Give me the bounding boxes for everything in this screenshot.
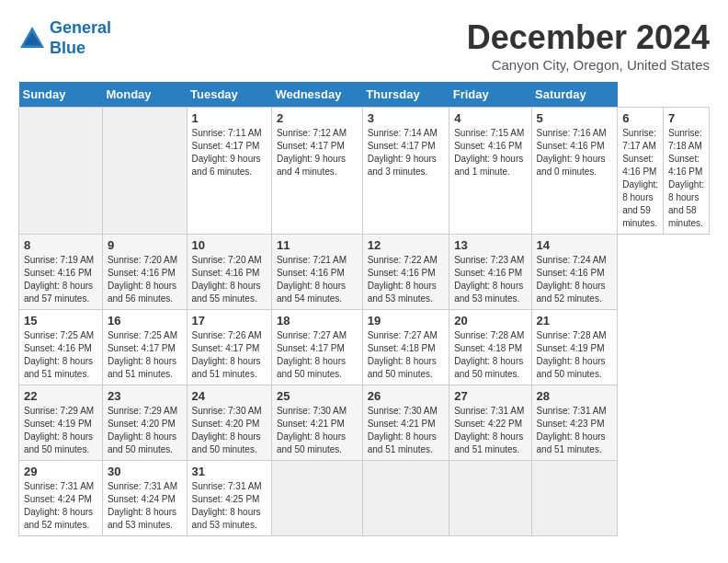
location: Canyon City, Oregon, United States bbox=[467, 57, 710, 73]
calendar-cell: 22Sunrise: 7:29 AM Sunset: 4:19 PM Dayli… bbox=[19, 385, 103, 461]
cell-sun-info: Sunrise: 7:30 AM Sunset: 4:21 PM Dayligh… bbox=[277, 405, 358, 456]
calendar-cell: 29Sunrise: 7:31 AM Sunset: 4:24 PM Dayli… bbox=[19, 461, 103, 536]
calendar-cell: 26Sunrise: 7:30 AM Sunset: 4:21 PM Dayli… bbox=[362, 385, 449, 461]
day-number: 11 bbox=[277, 238, 358, 252]
cell-sun-info: Sunrise: 7:15 AM Sunset: 4:16 PM Dayligh… bbox=[454, 127, 526, 178]
calendar-cell: 20Sunrise: 7:28 AM Sunset: 4:18 PM Dayli… bbox=[449, 310, 531, 385]
logo-line1: General bbox=[50, 18, 111, 37]
cell-sun-info: Sunrise: 7:12 AM Sunset: 4:17 PM Dayligh… bbox=[277, 127, 358, 178]
logo-text: General Blue bbox=[50, 18, 111, 58]
calendar-week-row: 15Sunrise: 7:25 AM Sunset: 4:16 PM Dayli… bbox=[19, 310, 710, 385]
calendar-week-row: 8Sunrise: 7:19 AM Sunset: 4:16 PM Daylig… bbox=[19, 235, 710, 310]
calendar-cell: 21Sunrise: 7:28 AM Sunset: 4:19 PM Dayli… bbox=[531, 310, 618, 385]
calendar-cell bbox=[362, 461, 449, 536]
day-number: 25 bbox=[277, 389, 358, 403]
calendar-cell: 16Sunrise: 7:25 AM Sunset: 4:17 PM Dayli… bbox=[102, 310, 187, 385]
cell-sun-info: Sunrise: 7:29 AM Sunset: 4:20 PM Dayligh… bbox=[108, 405, 182, 456]
day-number: 1 bbox=[192, 111, 267, 125]
cell-sun-info: Sunrise: 7:24 AM Sunset: 4:16 PM Dayligh… bbox=[537, 254, 613, 305]
calendar-cell: 25Sunrise: 7:30 AM Sunset: 4:21 PM Dayli… bbox=[271, 385, 362, 461]
cell-sun-info: Sunrise: 7:31 AM Sunset: 4:23 PM Dayligh… bbox=[537, 405, 613, 456]
day-number: 15 bbox=[24, 314, 97, 327]
header-wednesday: Wednesday bbox=[271, 82, 362, 108]
month-title: December 2024 bbox=[467, 18, 710, 57]
cell-sun-info: Sunrise: 7:31 AM Sunset: 4:25 PM Dayligh… bbox=[192, 480, 267, 532]
day-number: 2 bbox=[277, 111, 358, 125]
header-sunday: Sunday bbox=[19, 82, 103, 108]
calendar-header-row: SundayMondayTuesdayWednesdayThursdayFrid… bbox=[19, 82, 710, 108]
header-friday: Friday bbox=[449, 82, 531, 108]
day-number: 19 bbox=[368, 314, 445, 327]
day-number: 18 bbox=[277, 314, 358, 327]
calendar-cell bbox=[102, 108, 187, 235]
calendar-cell bbox=[531, 461, 618, 536]
cell-sun-info: Sunrise: 7:25 AM Sunset: 4:17 PM Dayligh… bbox=[108, 329, 182, 381]
calendar-week-row: 22Sunrise: 7:29 AM Sunset: 4:19 PM Dayli… bbox=[19, 385, 710, 461]
calendar-cell: 15Sunrise: 7:25 AM Sunset: 4:16 PM Dayli… bbox=[19, 310, 103, 385]
day-number: 28 bbox=[537, 389, 613, 403]
calendar-cell: 31Sunrise: 7:31 AM Sunset: 4:25 PM Dayli… bbox=[187, 461, 271, 536]
calendar-cell bbox=[19, 108, 103, 235]
day-number: 22 bbox=[24, 389, 97, 403]
cell-sun-info: Sunrise: 7:26 AM Sunset: 4:17 PM Dayligh… bbox=[192, 329, 267, 381]
calendar-cell: 30Sunrise: 7:31 AM Sunset: 4:24 PM Dayli… bbox=[102, 461, 187, 536]
calendar-cell: 13Sunrise: 7:23 AM Sunset: 4:16 PM Dayli… bbox=[449, 235, 531, 310]
page-header: General Blue December 2024 Canyon City, … bbox=[18, 18, 710, 73]
header-thursday: Thursday bbox=[362, 82, 449, 108]
cell-sun-info: Sunrise: 7:20 AM Sunset: 4:16 PM Dayligh… bbox=[108, 254, 182, 305]
cell-sun-info: Sunrise: 7:14 AM Sunset: 4:17 PM Dayligh… bbox=[368, 127, 445, 178]
cell-sun-info: Sunrise: 7:28 AM Sunset: 4:18 PM Dayligh… bbox=[454, 329, 526, 381]
cell-sun-info: Sunrise: 7:11 AM Sunset: 4:17 PM Dayligh… bbox=[192, 127, 267, 178]
calendar-cell: 14Sunrise: 7:24 AM Sunset: 4:16 PM Dayli… bbox=[531, 235, 618, 310]
calendar-cell: 4Sunrise: 7:15 AM Sunset: 4:16 PM Daylig… bbox=[449, 108, 531, 235]
cell-sun-info: Sunrise: 7:25 AM Sunset: 4:16 PM Dayligh… bbox=[24, 329, 97, 381]
cell-sun-info: Sunrise: 7:19 AM Sunset: 4:16 PM Dayligh… bbox=[24, 254, 97, 305]
calendar-cell: 18Sunrise: 7:27 AM Sunset: 4:17 PM Dayli… bbox=[271, 310, 362, 385]
calendar-cell: 5Sunrise: 7:16 AM Sunset: 4:16 PM Daylig… bbox=[531, 108, 618, 235]
day-number: 17 bbox=[192, 314, 267, 327]
cell-sun-info: Sunrise: 7:21 AM Sunset: 4:16 PM Dayligh… bbox=[277, 254, 358, 305]
day-number: 4 bbox=[454, 111, 526, 125]
cell-sun-info: Sunrise: 7:31 AM Sunset: 4:24 PM Dayligh… bbox=[24, 480, 97, 532]
cell-sun-info: Sunrise: 7:18 AM Sunset: 4:16 PM Dayligh… bbox=[668, 127, 704, 230]
calendar-cell: 28Sunrise: 7:31 AM Sunset: 4:23 PM Dayli… bbox=[531, 385, 618, 461]
cell-sun-info: Sunrise: 7:30 AM Sunset: 4:20 PM Dayligh… bbox=[192, 405, 267, 456]
day-number: 30 bbox=[108, 465, 182, 478]
day-number: 6 bbox=[622, 111, 658, 125]
calendar-cell: 12Sunrise: 7:22 AM Sunset: 4:16 PM Dayli… bbox=[362, 235, 449, 310]
calendar-cell: 8Sunrise: 7:19 AM Sunset: 4:16 PM Daylig… bbox=[19, 235, 103, 310]
cell-sun-info: Sunrise: 7:31 AM Sunset: 4:24 PM Dayligh… bbox=[108, 480, 182, 532]
logo: General Blue bbox=[18, 18, 111, 58]
calendar-cell: 23Sunrise: 7:29 AM Sunset: 4:20 PM Dayli… bbox=[102, 385, 187, 461]
day-number: 12 bbox=[368, 238, 445, 252]
day-number: 21 bbox=[537, 314, 613, 327]
calendar-cell: 7Sunrise: 7:18 AM Sunset: 4:16 PM Daylig… bbox=[664, 108, 710, 235]
day-number: 3 bbox=[368, 111, 445, 125]
calendar-cell: 2Sunrise: 7:12 AM Sunset: 4:17 PM Daylig… bbox=[271, 108, 362, 235]
logo-icon bbox=[18, 25, 46, 52]
day-number: 29 bbox=[24, 465, 97, 478]
calendar-cell: 6Sunrise: 7:17 AM Sunset: 4:16 PM Daylig… bbox=[618, 108, 664, 235]
calendar-cell: 3Sunrise: 7:14 AM Sunset: 4:17 PM Daylig… bbox=[362, 108, 449, 235]
calendar-cell bbox=[271, 461, 362, 536]
day-number: 16 bbox=[108, 314, 182, 327]
day-number: 7 bbox=[668, 111, 704, 125]
calendar-cell: 1Sunrise: 7:11 AM Sunset: 4:17 PM Daylig… bbox=[187, 108, 271, 235]
day-number: 27 bbox=[454, 389, 526, 403]
cell-sun-info: Sunrise: 7:27 AM Sunset: 4:17 PM Dayligh… bbox=[277, 329, 358, 381]
day-number: 8 bbox=[24, 238, 97, 252]
day-number: 31 bbox=[192, 465, 267, 478]
day-number: 10 bbox=[192, 238, 267, 252]
day-number: 26 bbox=[368, 389, 445, 403]
header-saturday: Saturday bbox=[531, 82, 618, 108]
day-number: 13 bbox=[454, 238, 526, 252]
header-monday: Monday bbox=[102, 82, 187, 108]
calendar-cell: 19Sunrise: 7:27 AM Sunset: 4:18 PM Dayli… bbox=[362, 310, 449, 385]
cell-sun-info: Sunrise: 7:31 AM Sunset: 4:22 PM Dayligh… bbox=[454, 405, 526, 456]
calendar-cell: 27Sunrise: 7:31 AM Sunset: 4:22 PM Dayli… bbox=[449, 385, 531, 461]
cell-sun-info: Sunrise: 7:20 AM Sunset: 4:16 PM Dayligh… bbox=[192, 254, 267, 305]
cell-sun-info: Sunrise: 7:28 AM Sunset: 4:19 PM Dayligh… bbox=[537, 329, 613, 381]
calendar-table: SundayMondayTuesdayWednesdayThursdayFrid… bbox=[18, 82, 710, 536]
calendar-cell bbox=[449, 461, 531, 536]
cell-sun-info: Sunrise: 7:16 AM Sunset: 4:16 PM Dayligh… bbox=[537, 127, 613, 178]
